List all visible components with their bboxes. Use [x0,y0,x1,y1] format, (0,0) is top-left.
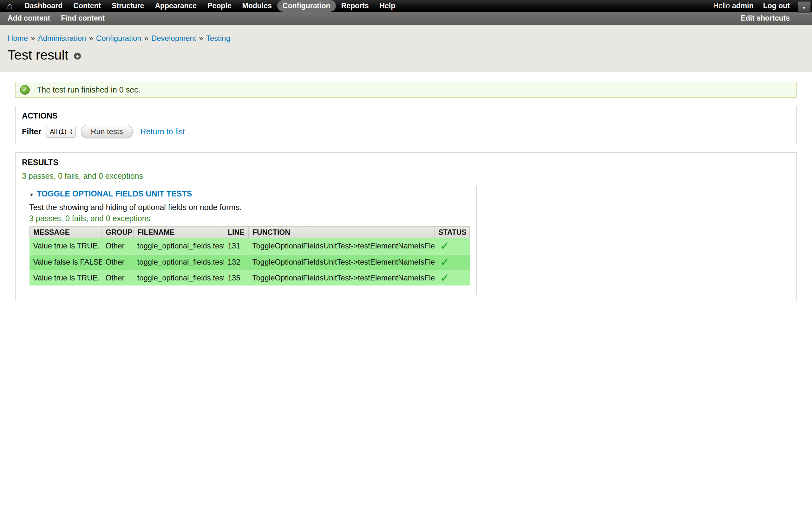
main-content: ✓ The test run finished in 0 sec. ACTION… [0,82,812,301]
breadcrumb-link-development[interactable]: Development [151,34,196,43]
toolbar-item-structure[interactable]: Structure [106,0,149,12]
toolbar-user-area: Helloadmin Log out [713,2,812,10]
results-summary: 3 passes, 0 fails, and 0 exceptions [22,171,790,181]
filter-label: Filter [22,127,41,136]
toolbar-item-people[interactable]: People [202,0,237,12]
cell-filename: toggle_optional_fields.test [134,238,224,254]
status-message-text: The test run finished in 0 sec. [37,85,141,95]
filter-select[interactable]: All (1) ▲▼ [46,126,76,137]
table-row: Value false is FALSE. Other toggle_optio… [30,254,470,270]
cell-function: ToggleOptionalFieldsUnitTest->testElemen… [249,254,435,270]
shortcut-add-content[interactable]: Add content [8,14,50,22]
username: admin [732,2,754,10]
cell-group: Other [102,254,134,270]
admin-menu: Dashboard Content Structure Appearance P… [19,0,401,12]
table-header-row: MESSAGE GROUP FILENAME LINE FUNCTION STA… [30,227,470,238]
results-table: MESSAGE GROUP FILENAME LINE FUNCTION STA… [29,226,470,286]
admin-toolbar: ⌂ Dashboard Content Structure Appearance… [0,0,812,12]
pass-check-icon: ✓ [435,254,470,270]
filter-select-value: All (1) [50,128,66,135]
test-group-title[interactable]: TOGGLE OPTIONAL FIELDS UNIT TESTS [37,189,192,198]
cell-filename: toggle_optional_fields.test [134,254,224,270]
cell-line: 131 [224,238,249,254]
test-group-description: Test the showing and hiding of optional … [29,203,469,212]
cell-message: Value false is FALSE. [30,254,102,270]
toolbar-item-dashboard[interactable]: Dashboard [19,0,68,12]
toolbar-item-help[interactable]: Help [374,0,401,12]
toolbar-item-reports[interactable]: Reports [336,0,374,12]
page-title: Test result [8,48,68,62]
shortcuts-bar: Add content Find content Edit shortcuts [0,12,812,25]
cell-group: Other [102,238,134,254]
toolbar-item-modules[interactable]: Modules [237,0,277,12]
home-icon[interactable]: ⌂ [7,1,13,11]
cell-line: 132 [224,254,249,270]
cell-function: ToggleOptionalFieldsUnitTest->testElemen… [249,270,435,286]
col-header-message: MESSAGE [30,227,102,238]
toolbar-item-configuration[interactable]: Configuration [277,0,336,12]
cell-function: ToggleOptionalFieldsUnitTest->testElemen… [249,238,435,254]
toolbar-item-appearance[interactable]: Appearance [149,0,202,12]
actions-fieldset: ACTIONS Filter All (1) ▲▼ Run tests Retu… [15,106,797,144]
shortcut-find-content[interactable]: Find content [61,14,105,22]
edit-shortcuts-link[interactable]: Edit shortcuts [741,14,790,22]
breadcrumb-link-configuration[interactable]: Configuration [96,34,142,43]
pass-check-icon: ✓ [435,238,470,254]
col-header-line: LINE [224,227,249,238]
logout-link[interactable]: Log out [763,2,790,10]
cell-line: 135 [224,270,249,286]
cell-filename: toggle_optional_fields.test [134,270,224,286]
col-header-group: GROUP [102,227,134,238]
pass-check-icon: ✓ [435,270,470,286]
page-header: Home»Administration»Configuration»Develo… [0,25,812,72]
breadcrumb-link-home[interactable]: Home [8,34,28,43]
breadcrumb-link-testing[interactable]: Testing [206,34,230,43]
add-shortcut-icon[interactable]: + [74,53,81,60]
run-tests-button[interactable]: Run tests [81,125,133,138]
col-header-filename: FILENAME [134,227,224,238]
actions-legend: ACTIONS [22,111,790,120]
breadcrumb: Home»Administration»Configuration»Develo… [8,34,804,43]
breadcrumb-separator: » [31,34,35,43]
toolbar-item-content[interactable]: Content [68,0,106,12]
chevron-down-icon: ▾ [803,4,806,11]
breadcrumb-separator: » [89,34,93,43]
user-greeting: Helloadmin [713,2,754,10]
col-header-status: STATUS [435,227,470,238]
cell-message: Value true is TRUE. [30,238,102,254]
col-header-function: FUNCTION [249,227,435,238]
breadcrumb-separator: » [199,34,203,43]
filter-row: Filter All (1) ▲▼ Run tests Return to li… [22,125,790,138]
table-row: Value true is TRUE. Other toggle_optiona… [30,270,470,286]
test-group-fieldset: ▼TOGGLE OPTIONAL FIELDS UNIT TESTS Test … [22,186,477,295]
table-row: Value true is TRUE. Other toggle_optiona… [30,238,470,254]
toolbar-toggle-button[interactable]: ▾ [798,2,810,14]
collapse-arrow-icon: ▼ [29,192,34,198]
select-stepper-icon: ▲▼ [69,128,73,135]
cell-message: Value true is TRUE. [30,270,102,286]
return-to-list-link[interactable]: Return to list [141,127,185,136]
breadcrumb-link-administration[interactable]: Administration [38,34,86,43]
breadcrumb-separator: » [144,34,148,43]
results-fieldset: RESULTS 3 passes, 0 fails, and 0 excepti… [15,153,797,301]
status-ok-icon: ✓ [20,85,30,95]
test-group-toggle[interactable]: ▼TOGGLE OPTIONAL FIELDS UNIT TESTS [29,189,469,199]
cell-group: Other [102,270,134,286]
status-message: ✓ The test run finished in 0 sec. [15,82,797,98]
results-legend: RESULTS [22,158,790,167]
test-group-summary: 3 passes, 0 fails, and 0 exceptions [29,214,469,223]
